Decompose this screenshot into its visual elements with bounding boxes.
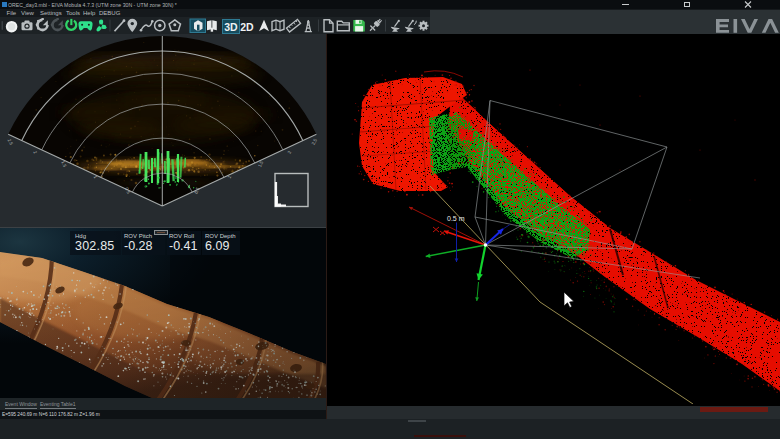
svg-text:3D: 3D bbox=[224, 21, 238, 33]
svg-text:1: 1 bbox=[92, 175, 98, 180]
svg-text:2: 2 bbox=[32, 150, 38, 155]
svg-text:0.5 m: 0.5 m bbox=[447, 215, 465, 222]
svg-text:2D: 2D bbox=[240, 21, 254, 33]
svg-text:2.5: 2.5 bbox=[311, 138, 318, 146]
svg-text:2: 2 bbox=[287, 150, 293, 155]
svg-text:2.5: 2.5 bbox=[7, 138, 14, 146]
